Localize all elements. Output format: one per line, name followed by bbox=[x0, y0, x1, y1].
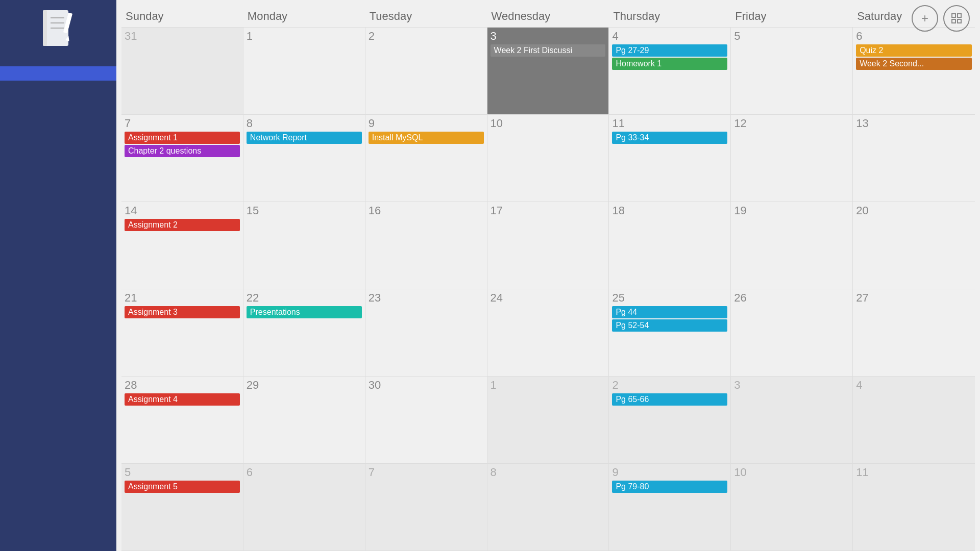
day-cell-5-5[interactable]: 10 bbox=[731, 464, 853, 550]
sidebar bbox=[0, 0, 116, 551]
day-number: 10 bbox=[491, 117, 606, 130]
sidebar-item-years[interactable] bbox=[0, 138, 116, 152]
day-cell-2-2[interactable]: 16 bbox=[365, 202, 487, 289]
day-cell-1-3[interactable]: 10 bbox=[487, 115, 609, 202]
day-cell-3-3[interactable]: 24 bbox=[487, 289, 609, 376]
day-cell-5-4[interactable]: 9Pg 79-80 bbox=[609, 464, 731, 550]
day-number: 4 bbox=[856, 379, 972, 392]
day-cell-5-6[interactable]: 11 bbox=[853, 464, 975, 550]
day-cell-4-6[interactable]: 4 bbox=[853, 377, 975, 463]
day-cell-5-2[interactable]: 7 bbox=[365, 464, 487, 550]
day-number: 30 bbox=[369, 379, 484, 392]
calendar-event[interactable]: Assignment 5 bbox=[125, 481, 240, 493]
day-cell-3-4[interactable]: 25Pg 44Pg 52-54 bbox=[609, 289, 731, 376]
day-number: 15 bbox=[247, 204, 362, 217]
sidebar-item-settings[interactable] bbox=[0, 152, 116, 166]
day-cell-1-2[interactable]: 9Install MySQL bbox=[365, 115, 487, 202]
day-cell-0-3[interactable]: 3Week 2 First Discussi bbox=[487, 28, 609, 114]
week-row-5: 5Assignment 56789Pg 79-801011 bbox=[121, 464, 975, 551]
calendar-event[interactable]: Pg 52-54 bbox=[612, 319, 727, 332]
day-cell-2-0[interactable]: 14Assignment 2 bbox=[121, 202, 243, 289]
week-row-0: 31123Week 2 First Discussi4Pg 27-29Homew… bbox=[121, 28, 975, 115]
sidebar-item-classes[interactable] bbox=[0, 123, 116, 138]
calendar-event[interactable]: Pg 79-80 bbox=[612, 481, 727, 493]
day-cell-4-3[interactable]: 1 bbox=[487, 377, 609, 463]
calendar-event[interactable]: Quiz 2 bbox=[856, 44, 972, 57]
calendar-event[interactable]: Presentations bbox=[247, 306, 362, 318]
sidebar-item-calendar[interactable] bbox=[0, 66, 116, 81]
day-cell-3-6[interactable]: 27 bbox=[853, 289, 975, 376]
day-cell-4-1[interactable]: 29 bbox=[243, 377, 365, 463]
day-cell-0-2[interactable]: 2 bbox=[365, 28, 487, 114]
day-cell-3-0[interactable]: 21Assignment 3 bbox=[121, 289, 243, 376]
day-header-thursday: Thursday bbox=[609, 8, 731, 25]
day-number: 26 bbox=[734, 291, 849, 305]
day-header-monday: Monday bbox=[243, 8, 365, 25]
day-number: 29 bbox=[247, 379, 362, 392]
day-cell-1-6[interactable]: 13 bbox=[853, 115, 975, 202]
calendar-event[interactable]: Homework 1 bbox=[612, 58, 727, 70]
day-cell-0-4[interactable]: 4Pg 27-29Homework 1 bbox=[609, 28, 731, 114]
calendar-event[interactable]: Pg 27-29 bbox=[612, 44, 727, 57]
day-cell-4-5[interactable]: 3 bbox=[731, 377, 853, 463]
day-cell-5-3[interactable]: 8 bbox=[487, 464, 609, 550]
day-number: 7 bbox=[369, 466, 484, 479]
day-cell-1-5[interactable]: 12 bbox=[731, 115, 853, 202]
day-cell-3-2[interactable]: 23 bbox=[365, 289, 487, 376]
day-number: 31 bbox=[125, 30, 240, 43]
calendar-event[interactable]: Week 2 First Discussi bbox=[491, 44, 606, 57]
day-number: 27 bbox=[856, 291, 972, 305]
day-number: 21 bbox=[125, 291, 240, 305]
day-headers: SundayMondayTuesdayWednesdayThursdayFrid… bbox=[121, 8, 975, 28]
day-number: 3 bbox=[734, 379, 849, 392]
day-cell-2-5[interactable]: 19 bbox=[731, 202, 853, 289]
day-cell-2-4[interactable]: 18 bbox=[609, 202, 731, 289]
day-cell-0-5[interactable]: 5 bbox=[731, 28, 853, 114]
calendar-event[interactable]: Week 2 Second... bbox=[856, 58, 972, 70]
calendar-event[interactable]: Chapter 2 questions bbox=[125, 145, 240, 157]
svg-rect-8 bbox=[958, 14, 961, 17]
app-logo bbox=[38, 8, 79, 54]
sidebar-item-day[interactable] bbox=[0, 81, 116, 95]
day-cell-1-1[interactable]: 8Network Report bbox=[243, 115, 365, 202]
calendar-event[interactable]: Install MySQL bbox=[369, 132, 484, 144]
day-number: 17 bbox=[491, 204, 606, 217]
day-number: 23 bbox=[369, 291, 484, 305]
calendar-event[interactable]: Pg 33-34 bbox=[612, 132, 727, 144]
day-cell-2-1[interactable]: 15 bbox=[243, 202, 365, 289]
day-cell-4-4[interactable]: 2Pg 65-66 bbox=[609, 377, 731, 463]
day-cell-0-0[interactable]: 31 bbox=[121, 28, 243, 114]
day-cell-2-6[interactable]: 20 bbox=[853, 202, 975, 289]
day-number: 24 bbox=[491, 291, 606, 305]
day-cell-4-2[interactable]: 30 bbox=[365, 377, 487, 463]
day-cell-1-4[interactable]: 11Pg 33-34 bbox=[609, 115, 731, 202]
day-cell-0-1[interactable]: 1 bbox=[243, 28, 365, 114]
day-cell-2-3[interactable]: 17 bbox=[487, 202, 609, 289]
day-number: 4 bbox=[612, 30, 727, 43]
calendar-event[interactable]: Network Report bbox=[247, 132, 362, 144]
day-number: 6 bbox=[247, 466, 362, 479]
calendar-event[interactable]: Pg 65-66 bbox=[612, 393, 727, 406]
calendar-header: + bbox=[116, 0, 980, 8]
svg-rect-9 bbox=[952, 19, 955, 23]
day-number: 1 bbox=[247, 30, 362, 43]
calendar-event[interactable]: Assignment 2 bbox=[125, 219, 240, 231]
day-number: 18 bbox=[612, 204, 727, 217]
day-cell-5-0[interactable]: 5Assignment 5 bbox=[121, 464, 243, 550]
day-number: 22 bbox=[247, 291, 362, 305]
day-number: 11 bbox=[612, 117, 727, 130]
calendar-event[interactable]: Assignment 1 bbox=[125, 132, 240, 144]
day-cell-1-0[interactable]: 7Assignment 1Chapter 2 questions bbox=[121, 115, 243, 202]
day-cell-4-0[interactable]: 28Assignment 4 bbox=[121, 377, 243, 463]
day-number: 11 bbox=[856, 466, 972, 479]
sidebar-item-agenda[interactable] bbox=[0, 95, 116, 109]
calendar-event[interactable]: Assignment 4 bbox=[125, 393, 240, 406]
day-number: 7 bbox=[125, 117, 240, 130]
sidebar-item-schedule[interactable] bbox=[0, 109, 116, 123]
calendar-event[interactable]: Assignment 3 bbox=[125, 306, 240, 318]
day-cell-3-5[interactable]: 26 bbox=[731, 289, 853, 376]
calendar-event[interactable]: Pg 44 bbox=[612, 306, 727, 318]
day-cell-0-6[interactable]: 6Quiz 2Week 2 Second... bbox=[853, 28, 975, 114]
day-cell-3-1[interactable]: 22Presentations bbox=[243, 289, 365, 376]
day-cell-5-1[interactable]: 6 bbox=[243, 464, 365, 550]
